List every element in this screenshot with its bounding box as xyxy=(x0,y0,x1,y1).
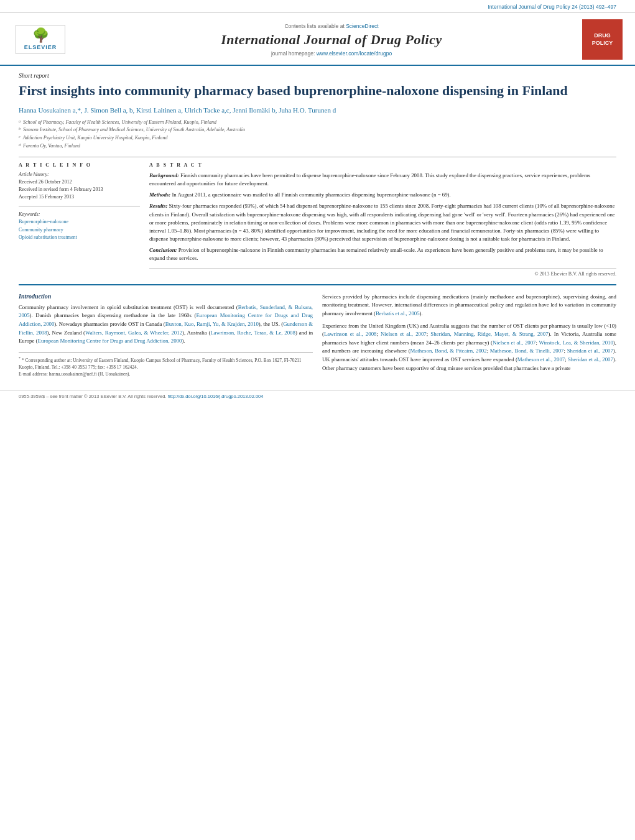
keyword-1: Buprenorphine-naloxone xyxy=(19,218,140,226)
affil-a-sup: a xyxy=(19,119,21,127)
sciencedirect-link[interactable]: ScienceDirect xyxy=(346,23,378,29)
keywords-section: Keywords: Buprenorphine-naloxone Communi… xyxy=(19,211,140,242)
abstract-background: Background: Finnish community pharmacies… xyxy=(149,172,616,188)
issn-text: 0955-3959/$ – see front matter © 2013 El… xyxy=(19,394,166,399)
keyword-3: Opioid substitution treatment xyxy=(19,234,140,242)
ref-sheridan-2007b[interactable]: Sheridan et al., 2007 xyxy=(567,348,613,354)
intro-body-text: Community pharmacy involvement in opioid… xyxy=(19,303,313,346)
conclusion-text: Provision of buprenorphine-naloxone in F… xyxy=(149,247,603,261)
email-link[interactable]: hanna.uosukainen@uef.fi xyxy=(49,371,97,377)
journal-title-area: Contents lists available at ScienceDirec… xyxy=(81,23,582,57)
affil-d-sup: d xyxy=(19,142,21,150)
affiliation-d: d Farenta Oy, Vantaa, Finland xyxy=(19,142,616,150)
article-history: Article history: Received 26 October 201… xyxy=(19,172,140,201)
journal-title: International Journal of Drug Policy xyxy=(81,32,582,48)
abstract-conclusion: Conclusion: Provision of buprenorphine-n… xyxy=(149,246,616,262)
journal-homepage-link[interactable]: www.elsevier.com/locate/drugpo xyxy=(317,50,392,57)
affil-b-text: Sansom Institute, School of Pharmacy and… xyxy=(23,126,245,134)
divider-line xyxy=(19,157,616,157)
abstract-column: A B S T R A C T Background: Finnish comm… xyxy=(149,162,616,277)
right-para1: Services provided by pharmacies include … xyxy=(322,293,616,318)
methods-text: In August 2011, a questionnaire was mail… xyxy=(172,192,450,198)
results-label: Results: xyxy=(149,203,167,209)
introduction-heading: Introduction xyxy=(19,293,313,300)
doi-link[interactable]: http://dx.doi.org/10.1016/j.drugpo.2013.… xyxy=(168,394,264,399)
email-suffix: (H. Uosukainen). xyxy=(98,371,131,377)
elsevier-tree-icon: 🌳 xyxy=(19,29,62,42)
copyright-line: © 2013 Elsevier B.V. All rights reserved… xyxy=(149,268,616,277)
elsevier-text: ELSEVIER xyxy=(19,44,62,50)
conclusion-label: Conclusion: xyxy=(149,247,177,253)
results-text: Sixty-four pharmacies responded (93%), o… xyxy=(149,203,615,242)
right-para2: Experience from the United Kingdom (UK) … xyxy=(322,322,616,373)
email-footnote: E-mail address: hanna.uosukainen@uef.fi … xyxy=(19,371,313,377)
history-label: Article history: xyxy=(19,172,140,177)
ref-lawrinson-2008b[interactable]: Lawrinson et al., 2008 xyxy=(324,331,377,337)
corresponding-text: * Corresponding author at: University of… xyxy=(19,357,301,369)
journal-homepage-line: journal homepage: www.elsevier.com/locat… xyxy=(81,50,582,57)
affiliation-c: c Addiction Psychiatry Unit, Kuopio Univ… xyxy=(19,134,616,142)
journal-reference-bar: International Journal of Drug Policy 24 … xyxy=(0,0,635,13)
body-left-column: Introduction Community pharmacy involvem… xyxy=(19,293,313,377)
article-body: Introduction Community pharmacy involvem… xyxy=(19,284,616,377)
abstract-results: Results: Sixty-four pharmacies responded… xyxy=(149,202,616,243)
accepted-date: Accepted 15 February 2013 xyxy=(19,193,140,201)
corresponding-footnote: * * Corresponding author at: University … xyxy=(19,356,313,371)
footnote-star: * xyxy=(19,356,21,360)
abstract-heading: A B S T R A C T xyxy=(149,162,616,168)
abstract-methods: Methods: In August 2011, a questionnaire… xyxy=(149,191,616,199)
article-info-column: A R T I C L E I N F O Article history: R… xyxy=(19,162,140,277)
content-area: Short report First insights into communi… xyxy=(0,66,635,384)
body-right-column: Services provided by pharmacies include … xyxy=(322,293,616,377)
elsevier-logo: 🌳 ELSEVIER xyxy=(12,25,68,54)
ref-walters-2012[interactable]: Walters, Raymont, Galea, & Wheeler, 2012 xyxy=(85,330,182,336)
contents-available-line: Contents lists available at ScienceDirec… xyxy=(81,23,582,29)
article-info-abstract-section: A R T I C L E I N F O Article history: R… xyxy=(19,162,616,277)
ref-lawrinson-2008[interactable]: Lawrinson, Roche, Terao, & Le, 2008 xyxy=(211,330,295,336)
ref-berbatis-2005b[interactable]: Berbatis et al., 2005 xyxy=(376,310,420,316)
abstract-content: Background: Finnish community pharmacies… xyxy=(149,172,616,263)
article-info-heading: A R T I C L E I N F O xyxy=(19,162,140,168)
ref-nielsen-2007[interactable]: Nielsen et al., 2007 xyxy=(381,331,427,337)
ref-sheridan-2007c[interactable]: Sheridan et al., 2007 xyxy=(568,356,613,362)
info-divider xyxy=(19,206,140,206)
drug-policy-line1: DRUG xyxy=(594,32,611,40)
drug-policy-logo: DRUG POLICY xyxy=(582,19,623,60)
received-date: Received 26 October 2012 xyxy=(19,178,140,186)
report-type-label: Short report xyxy=(19,72,616,79)
ref-matheson-2007[interactable]: Matheson, Bond, & Tinelli, 2007 xyxy=(490,348,564,354)
affiliation-b: b Sansom Institute, School of Pharmacy a… xyxy=(19,126,616,134)
authors-line: Hanna Uosukainen a,*, J. Simon Bell a, b… xyxy=(19,106,616,114)
affil-b-sup: b xyxy=(19,126,21,134)
background-text: Finnish community pharmacies have been p… xyxy=(149,172,590,187)
journal-ref-text: International Journal of Drug Policy 24 … xyxy=(488,4,617,10)
revised-date: Received in revised form 4 February 2013 xyxy=(19,186,140,193)
page: International Journal of Drug Policy 24 … xyxy=(0,0,635,840)
article-title: First insights into community pharmacy b… xyxy=(19,82,616,100)
journal-header: 🌳 ELSEVIER Contents lists available at S… xyxy=(0,13,635,66)
affil-d-text: Farenta Oy, Vantaa, Finland xyxy=(23,142,80,150)
ref-emcdda-2000-2[interactable]: European Monitoring Centre for Drugs and… xyxy=(38,338,182,344)
bottom-bar: 0955-3959/$ – see front matter © 2013 El… xyxy=(0,390,635,402)
ref-matheson-2002[interactable]: Matheson, Bond, & Pitcairn, 2002 xyxy=(410,348,487,354)
footnote-area: * * Corresponding author at: University … xyxy=(19,352,313,377)
ref-buxton-2010[interactable]: Buxton, Kuo, Ramji, Yu, & Krajden, 2010 xyxy=(165,321,259,327)
body-right-text: Services provided by pharmacies include … xyxy=(322,293,616,373)
affiliation-a: a School of Pharmacy, Faculty of Health … xyxy=(19,119,616,127)
background-label: Background: xyxy=(149,172,179,178)
ref-nielsen-2007b[interactable]: Nielsen et al., 2007 xyxy=(493,339,535,346)
affil-c-text: Addiction Psychiatry Unit, Kuopio Univer… xyxy=(23,134,168,142)
ref-sheridan-2007[interactable]: Sheridan, Manning, Ridge, Mayet, & Stran… xyxy=(430,331,548,337)
intro-para1: Community pharmacy involvement in opioid… xyxy=(19,303,313,346)
ref-matheson-2007b[interactable]: Matheson et al., 2007 xyxy=(517,356,565,362)
methods-label: Methods: xyxy=(149,192,170,198)
affiliations: a School of Pharmacy, Faculty of Health … xyxy=(19,119,616,150)
affil-c-sup: c xyxy=(19,134,21,142)
contents-prefix: Contents lists available at xyxy=(284,23,344,29)
homepage-prefix: journal homepage: xyxy=(271,50,315,57)
keyword-2: Community pharmacy xyxy=(19,226,140,234)
drug-policy-line2: POLICY xyxy=(592,40,613,47)
email-label: E-mail address: xyxy=(19,371,48,377)
affil-a-text: School of Pharmacy, Faculty of Health Sc… xyxy=(23,119,216,127)
ref-winstock-2010[interactable]: Winstock, Lea, & Sheridan, 2010 xyxy=(539,339,613,346)
